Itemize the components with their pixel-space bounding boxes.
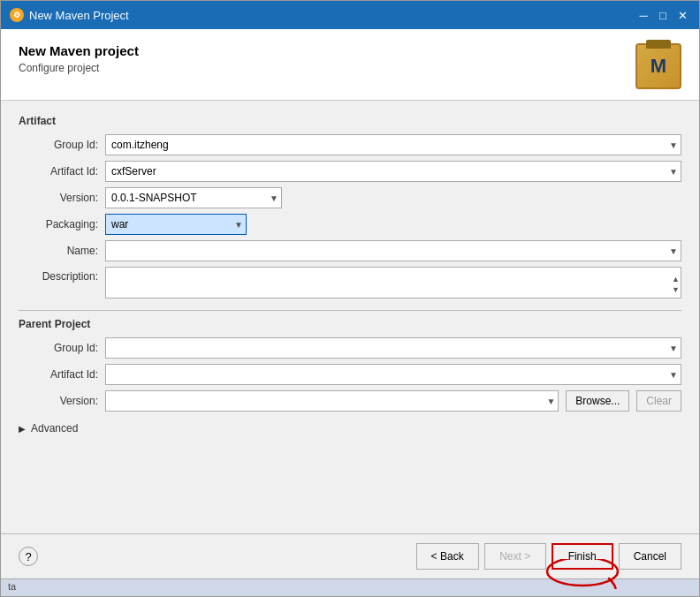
group-id-label: Group Id: [19,139,98,151]
status-text: ta [8,581,16,592]
content-area: Artifact Group Id: ▼ Artifact Id: ▼ Vers… [1,101,699,533]
packaging-select-wrapper: jar war pom ear ▼ [105,214,247,235]
dialog-header-text: New Maven project Configure project [19,43,139,74]
version-label: Version: [19,192,98,204]
description-label: Description: [19,270,98,283]
artifact-id-row: Artifact Id: ▼ [19,161,681,182]
maven-icon: M [635,43,681,89]
back-button[interactable]: < Back [416,543,479,570]
artifact-id-input[interactable] [105,161,681,182]
group-id-row: Group Id: ▼ [19,134,681,155]
description-scroll-up[interactable]: ▲ [672,275,680,283]
maven-icon-letter: M [651,55,666,78]
packaging-row: Packaging: jar war pom ear ▼ [19,214,681,235]
artifact-section-label: Artifact [19,115,681,127]
title-bar-left: ⚙ New Maven Project [10,8,129,22]
parent-group-id-label: Group Id: [19,342,98,354]
version-select[interactable]: 0.0.1-SNAPSHOT [105,187,282,208]
close-button[interactable]: ✕ [674,7,690,23]
parent-artifact-id-input[interactable] [105,364,681,385]
title-bar-icon: ⚙ [10,8,24,22]
clear-button[interactable]: Clear [636,390,681,412]
description-row: Description: ▲ ▼ [19,267,681,301]
name-select-wrapper: ▼ [105,240,681,261]
parent-artifact-id-select-wrapper: ▼ [105,364,681,385]
footer-right: < Back Next > Finish Cancel [416,543,681,570]
name-row: Name: ▼ [19,240,681,261]
dialog-footer: ? < Back Next > Finish Cancel [1,533,699,578]
group-id-input[interactable] [105,134,681,155]
maximize-button[interactable]: □ [655,7,671,23]
window-title: New Maven Project [29,9,129,22]
description-scroll-down[interactable]: ▼ [672,285,680,294]
advanced-arrow-icon: ▶ [19,424,26,434]
status-bar: ta [1,578,699,596]
name-label: Name: [19,245,98,257]
parent-version-row: Version: ▼ Browse... Clear [19,390,681,412]
parent-version-label: Version: [19,395,98,407]
version-select-wrapper: 0.0.1-SNAPSHOT ▼ [105,187,282,208]
artifact-id-label: Artifact Id: [19,165,98,178]
version-row: Version: 0.0.1-SNAPSHOT ▼ [19,187,681,208]
advanced-row[interactable]: ▶ Advanced [19,422,681,435]
dialog-header: New Maven project Configure project M [1,29,699,101]
cancel-button[interactable]: Cancel [619,543,681,570]
packaging-select[interactable]: jar war pom ear [105,214,247,235]
parent-project-divider [19,310,681,311]
dialog-title: New Maven project [19,43,139,58]
finish-button[interactable]: Finish [552,543,613,570]
packaging-label: Packaging: [19,218,98,230]
browse-button[interactable]: Browse... [566,390,629,412]
artifact-id-select-wrapper: ▼ [105,161,681,182]
minimize-button[interactable]: ─ [635,7,651,23]
group-id-select-wrapper: ▼ [105,134,681,155]
parent-group-id-select-wrapper: ▼ [105,337,681,359]
dialog-body: New Maven project Configure project M Ar… [1,29,699,578]
dialog-subtitle: Configure project [19,62,139,74]
parent-group-id-input[interactable] [105,337,681,359]
name-input[interactable] [105,240,681,261]
parent-version-select[interactable] [105,390,559,412]
finish-wrapper: Finish [552,543,613,570]
parent-group-id-row: Group Id: ▼ [19,337,681,359]
main-window: ⚙ New Maven Project ─ □ ✕ New Maven proj… [0,0,700,597]
parent-project-label: Parent Project [19,318,681,330]
description-input[interactable] [105,267,681,298]
help-button[interactable]: ? [19,547,38,566]
parent-artifact-id-label: Artifact Id: [19,368,98,381]
parent-artifact-id-row: Artifact Id: ▼ [19,364,681,385]
footer-left: ? [19,547,38,566]
parent-version-select-wrapper: ▼ [105,390,559,412]
title-bar-controls: ─ □ ✕ [635,7,690,23]
next-button[interactable]: Next > [484,543,546,570]
advanced-label: Advanced [31,422,78,435]
title-bar: ⚙ New Maven Project ─ □ ✕ [1,1,699,29]
